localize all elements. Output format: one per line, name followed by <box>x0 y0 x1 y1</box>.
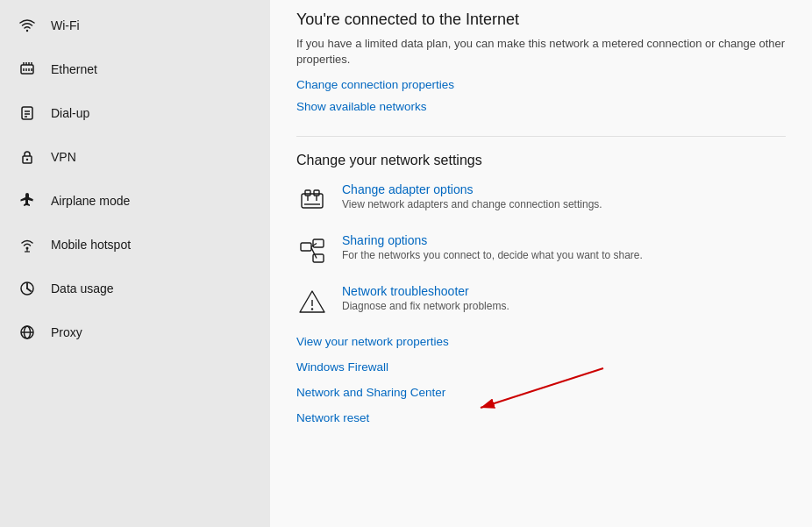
sidebar-item-ethernet[interactable]: Ethernet <box>0 47 270 91</box>
svg-point-0 <box>26 30 28 32</box>
sidebar-item-ethernet-label: Ethernet <box>51 62 97 76</box>
adapter-options-title[interactable]: Change adapter options <box>342 182 602 196</box>
troubleshooter-item[interactable]: Network troubleshooter Diagnose and fix … <box>296 284 786 317</box>
sidebar-item-wifi[interactable]: Wi-Fi <box>0 4 270 47</box>
wifi-icon <box>18 16 37 35</box>
sidebar-item-hotspot-label: Mobile hotspot <box>51 238 131 252</box>
sharing-options-item[interactable]: Sharing options For the networks you con… <box>296 233 786 267</box>
sidebar-item-proxy[interactable]: Proxy <box>0 310 270 354</box>
sidebar-item-hotspot[interactable]: Mobile hotspot <box>0 223 270 267</box>
status-section: You're connected to the Internet If you … <box>296 0 786 137</box>
vpn-icon <box>18 147 37 167</box>
sharing-options-title[interactable]: Sharing options <box>342 233 643 247</box>
hotspot-icon <box>18 235 37 254</box>
sidebar-item-proxy-label: Proxy <box>51 325 82 339</box>
sidebar-item-wifi-label: Wi-Fi <box>51 18 80 32</box>
svg-rect-25 <box>314 190 319 196</box>
adapter-icon <box>296 184 328 216</box>
svg-point-36 <box>311 309 313 310</box>
sidebar-item-vpn-label: VPN <box>51 150 76 164</box>
troubleshooter-desc: Diagnose and fix network problems. <box>342 300 509 314</box>
sidebar: Wi-Fi Ethernet <box>0 0 270 527</box>
troubleshooter-text: Network troubleshooter Diagnose and fix … <box>342 284 509 314</box>
adapter-options-desc: View network adapters and change connect… <box>342 198 602 212</box>
sharing-icon <box>296 235 328 267</box>
svg-rect-10 <box>22 107 32 119</box>
svg-line-33 <box>311 248 317 259</box>
bottom-links: View your network properties Windows Fir… <box>296 335 786 424</box>
troubleshooter-icon <box>296 286 328 317</box>
datausage-icon <box>18 279 37 298</box>
airplane-icon <box>18 191 37 210</box>
svg-line-32 <box>311 244 317 247</box>
sharing-center-link[interactable]: Network and Sharing Center <box>296 386 786 399</box>
svg-rect-30 <box>313 239 324 247</box>
connected-desc: If you have a limited data plan, you can… <box>296 36 786 68</box>
sidebar-item-airplane[interactable]: Airplane mode <box>0 179 270 223</box>
change-settings-title: Change your network settings <box>296 153 786 168</box>
sharing-options-text: Sharing options For the networks you con… <box>342 233 643 263</box>
sidebar-item-dialup-label: Dial-up <box>51 106 89 120</box>
network-props-link[interactable]: View your network properties <box>296 335 786 348</box>
show-networks-link[interactable]: Show available networks <box>296 100 786 113</box>
sidebar-item-dialup[interactable]: Dial-up <box>0 91 270 135</box>
connected-title: You're connected to the Internet <box>296 11 786 29</box>
sidebar-item-datausage[interactable]: Data usage <box>0 267 270 310</box>
change-connection-link[interactable]: Change connection properties <box>296 78 786 91</box>
adapter-options-item[interactable]: Change adapter options View network adap… <box>296 182 786 216</box>
sidebar-item-datausage-label: Data usage <box>51 281 114 296</box>
ethernet-icon <box>18 60 37 79</box>
sidebar-item-vpn[interactable]: VPN <box>0 135 270 179</box>
adapter-options-text: Change adapter options View network adap… <box>342 182 602 212</box>
svg-point-15 <box>26 159 28 160</box>
dialup-icon <box>18 103 37 123</box>
svg-rect-24 <box>305 190 310 196</box>
troubleshooter-title[interactable]: Network troubleshooter <box>342 284 509 298</box>
sidebar-item-airplane-label: Airplane mode <box>51 194 130 208</box>
sharing-options-desc: For the networks you connect to, decide … <box>342 249 643 263</box>
proxy-icon <box>18 323 37 342</box>
firewall-link[interactable]: Windows Firewall <box>296 360 786 374</box>
main-content: You're connected to the Internet If you … <box>270 0 812 527</box>
network-reset-link[interactable]: Network reset <box>296 411 786 424</box>
svg-rect-23 <box>302 194 323 208</box>
svg-rect-29 <box>301 243 311 251</box>
